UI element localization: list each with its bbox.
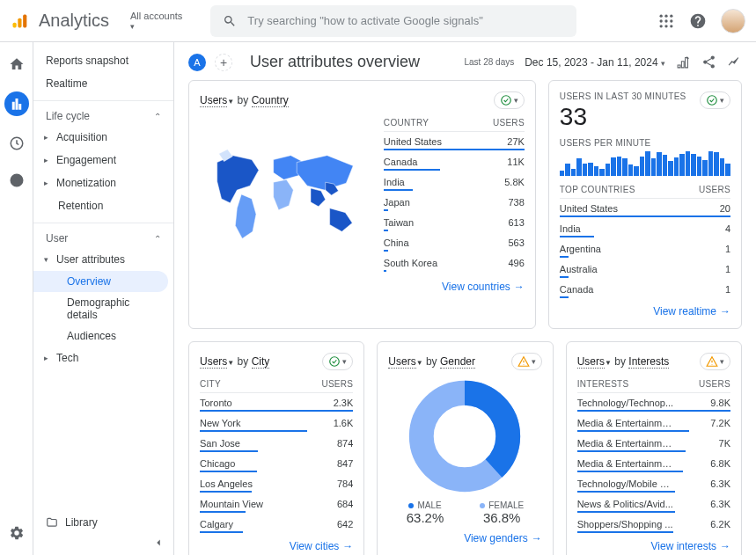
table-row[interactable]: Chicago847 [200, 454, 353, 471]
table-row[interactable]: South Korea496 [384, 253, 525, 270]
search-bar[interactable]: Try searching "how to activate Google si… [210, 5, 576, 37]
gender-card-title[interactable]: Users▼ by Gender [388, 355, 475, 368]
table-row[interactable]: United States20 [560, 199, 730, 215]
view-countries-link[interactable]: View countries → [200, 281, 525, 293]
sidebar-realtime[interactable]: Realtime [33, 72, 173, 95]
table-row[interactable]: India5.8K [384, 172, 525, 189]
sidebar-section-lifecycle[interactable]: Life cycle⌃ [33, 100, 173, 126]
nav-rail [0, 42, 33, 555]
city-card: Users▼ by City ▾ CITYUSERS Toronto2.3KNe… [188, 341, 364, 555]
table-row[interactable]: Taiwan613 [384, 213, 525, 230]
card-quality-badge[interactable]: ▾ [322, 353, 353, 370]
page-title: User attributes overview [250, 53, 420, 71]
sidebar: Reports snapshot Realtime Life cycle⌃ Ac… [33, 42, 174, 555]
view-genders-link[interactable]: View genders → [388, 532, 541, 544]
sidebar-acquisition[interactable]: Acquisition [33, 126, 173, 149]
audience-chip[interactable]: A [188, 54, 206, 71]
view-realtime-link[interactable]: View realtime → [560, 305, 730, 318]
sidebar-monetization[interactable]: Monetization [33, 172, 173, 194]
table-row[interactable]: Mountain View684 [200, 494, 353, 511]
table-row[interactable]: Toronto2.3K [200, 393, 353, 410]
svg-point-9 [660, 25, 663, 27]
edit-comparisons-icon[interactable] [676, 55, 691, 69]
svg-point-18 [502, 96, 511, 106]
table-row[interactable]: Technology/Technop...9.8K [577, 393, 730, 410]
add-comparison-button[interactable]: + [215, 54, 232, 71]
sidebar-tech[interactable]: Tech [33, 347, 173, 369]
sidebar-demographic-details[interactable]: Demographic details [33, 292, 173, 325]
folder-icon [46, 516, 58, 529]
account-selector[interactable]: All accounts ▾ [130, 11, 182, 32]
view-interests-link[interactable]: View interests → [577, 540, 730, 552]
table-row[interactable]: Argentina1 [560, 239, 730, 256]
sidebar-engagement[interactable]: Engagement [33, 149, 173, 172]
account-label: All accounts [130, 11, 182, 22]
date-range-label: Last 28 days [464, 57, 514, 67]
rail-explore-icon[interactable] [7, 134, 26, 153]
country-card-title[interactable]: Users▼ by Country [200, 94, 289, 106]
table-row[interactable]: Technology/Mobile E...6.3K [577, 474, 730, 491]
table-row[interactable]: Shoppers/Shopping ...6.2K [577, 515, 730, 531]
realtime-card: USERS IN LAST 30 MINUTES 33 ▾ USERS PER … [548, 80, 742, 329]
female-value: 36.8% [480, 510, 524, 525]
country-card: Users▼ by Country ▾ [188, 80, 536, 329]
card-quality-badge[interactable]: ▾ [494, 91, 525, 109]
table-row[interactable]: Calgary642 [200, 515, 353, 531]
table-row[interactable]: Media & Entertainme...6.8K [577, 454, 730, 471]
svg-point-7 [664, 19, 667, 22]
users-per-minute-sparkline [560, 151, 730, 176]
rail-home-icon[interactable] [7, 55, 26, 74]
user-avatar[interactable] [721, 9, 745, 33]
card-quality-badge[interactable]: ▾ [511, 353, 542, 370]
table-row[interactable]: India4 [560, 219, 730, 236]
table-row[interactable]: Media & Entertainme...7K [577, 434, 730, 450]
rail-reports-icon[interactable] [4, 91, 29, 116]
svg-rect-1 [18, 18, 21, 27]
male-value: 63.2% [407, 510, 444, 525]
table-row[interactable]: San Jose874 [200, 434, 353, 450]
realtime-users-value: 33 [560, 103, 700, 131]
table-row[interactable]: Canada11K [384, 152, 525, 169]
rail-advertising-icon[interactable] [7, 171, 26, 190]
svg-point-16 [703, 60, 707, 63]
card-quality-badge[interactable]: ▾ [700, 353, 730, 370]
search-icon [223, 14, 237, 28]
svg-point-20 [330, 357, 340, 367]
date-range-picker[interactable]: Dec 15, 2023 - Jan 11, 2024 ▾ [525, 56, 665, 69]
interests-card-title[interactable]: Users▼ by Interests [577, 355, 670, 368]
gender-card: Users▼ by Gender ▾ MALE63.2% FEMALE36.8%… [377, 341, 553, 555]
rail-settings-icon[interactable] [7, 523, 26, 543]
card-quality-badge[interactable]: ▾ [700, 91, 730, 109]
svg-rect-0 [13, 22, 17, 27]
svg-point-14 [14, 178, 19, 183]
app-header: Analytics All accounts ▾ Try searching "… [0, 0, 756, 42]
table-row[interactable]: New York1.6K [200, 413, 353, 430]
table-row[interactable]: China563 [384, 233, 525, 250]
sidebar-user-attributes[interactable]: User attributes [33, 248, 173, 271]
table-row[interactable]: Media & Entertainme...7.2K [577, 413, 730, 430]
sidebar-section-user[interactable]: User⌃ [33, 223, 173, 248]
table-row[interactable]: Australia1 [560, 259, 730, 276]
insights-icon[interactable] [727, 55, 742, 69]
sidebar-retention[interactable]: Retention [33, 194, 173, 217]
table-row[interactable]: Los Angeles784 [200, 474, 353, 491]
view-cities-link[interactable]: View cities → [200, 540, 353, 552]
table-row[interactable]: Japan738 [384, 193, 525, 209]
table-row[interactable]: Canada1 [560, 280, 730, 296]
sidebar-reports-snapshot[interactable]: Reports snapshot [33, 49, 173, 72]
gender-donut-chart [388, 379, 541, 493]
sidebar-library[interactable]: Library [46, 516, 98, 529]
world-map[interactable] [200, 118, 373, 274]
apps-icon[interactable] [657, 12, 675, 30]
city-card-title[interactable]: Users▼ by City [200, 355, 269, 368]
help-icon[interactable] [689, 12, 707, 30]
collapse-sidebar-icon[interactable] [152, 537, 165, 551]
table-row[interactable]: United States27K [384, 132, 525, 149]
sidebar-overview[interactable]: Overview [33, 271, 168, 292]
sidebar-audiences[interactable]: Audiences [33, 325, 173, 347]
svg-point-15 [711, 55, 715, 59]
main-content: A + User attributes overview Last 28 day… [174, 42, 756, 555]
analytics-logo-icon [11, 12, 28, 30]
table-row[interactable]: News & Politics/Avid...6.3K [577, 494, 730, 511]
share-icon[interactable] [701, 55, 716, 69]
